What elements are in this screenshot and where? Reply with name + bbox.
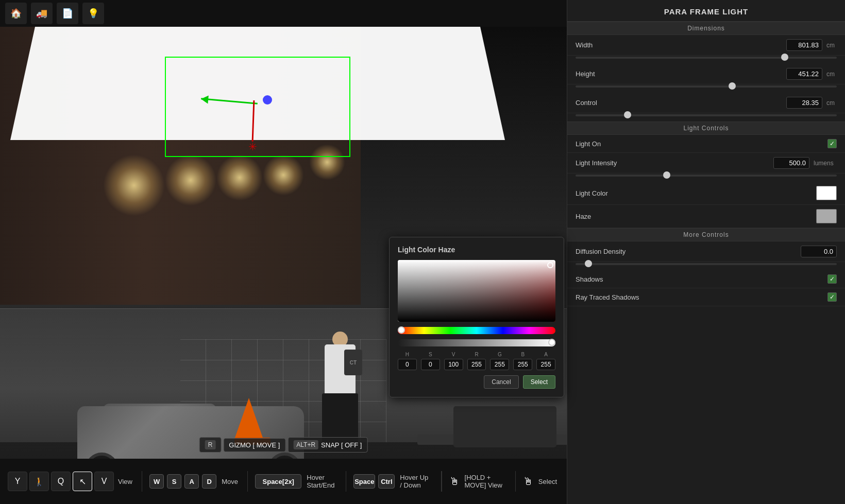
- light-color-swatch[interactable]: [816, 186, 837, 200]
- light-on-row: Light On ✓: [567, 135, 845, 153]
- shadows-checkbox[interactable]: ✓: [827, 274, 837, 284]
- width-slider-thumb[interactable]: [781, 54, 788, 61]
- h-label: H: [398, 352, 417, 357]
- control-unit: cm: [826, 99, 837, 107]
- control-input[interactable]: [786, 97, 822, 109]
- r-label: R: [467, 352, 486, 357]
- a-input[interactable]: [536, 359, 555, 370]
- light-intensity-label: Light Intensity: [576, 159, 773, 167]
- b-input[interactable]: [513, 359, 532, 370]
- g-input-group: G: [490, 352, 509, 370]
- gizmo-move-button[interactable]: GIZMO [ MOVE ]: [223, 438, 285, 452]
- select-cursor-icon[interactable]: ↖: [73, 472, 92, 491]
- cancel-button[interactable]: Cancel: [484, 375, 518, 389]
- r-input-group: R: [467, 352, 486, 370]
- separator-5: [515, 471, 516, 492]
- diffusion-row: Diffusion Density: [567, 241, 845, 262]
- g-label: G: [490, 352, 509, 357]
- light-on-label: Light On: [576, 140, 827, 148]
- diffusion-slider-container: [567, 262, 845, 270]
- light-intensity-controls: lumens: [773, 157, 837, 169]
- selection-box: [165, 57, 350, 157]
- gizmo-snap-button[interactable]: ALT+R SNAP [ OFF ]: [288, 437, 367, 453]
- b-input-group: B: [513, 352, 532, 370]
- separator-4: [441, 471, 442, 492]
- height-row: Height cm: [567, 64, 845, 84]
- diffusion-controls: [801, 246, 837, 257]
- v-label: V: [444, 352, 463, 357]
- hold-move-label: [HOLD + MOVE] View: [465, 474, 506, 489]
- width-slider-track[interactable]: [576, 57, 837, 59]
- hover-start-end-label: Hover Start/End: [307, 474, 336, 489]
- home-icon[interactable]: 🏠: [5, 3, 27, 24]
- gizmo-hud: R GIZMO [ MOVE ] ALT+R SNAP [ OFF ]: [199, 437, 368, 453]
- width-controls: cm: [786, 39, 837, 51]
- hue-slider[interactable]: [398, 327, 555, 334]
- select-button[interactable]: Select: [523, 375, 555, 389]
- dimensions-section-header: Dimensions: [567, 22, 845, 35]
- light-intensity-slider-track[interactable]: [576, 175, 837, 177]
- light-color-label: Light Color: [576, 189, 816, 197]
- ray-traced-shadows-row: Ray Traced Shadows ✓: [567, 288, 845, 306]
- document-icon[interactable]: 📄: [57, 3, 78, 24]
- s-input-group: S: [421, 352, 440, 370]
- h-input-group: H: [398, 352, 417, 370]
- height-slider-track[interactable]: [576, 85, 837, 88]
- height-input[interactable]: [786, 68, 822, 80]
- space-key: Space: [353, 474, 375, 489]
- control-label: Control: [576, 99, 786, 107]
- h-input[interactable]: [398, 359, 417, 370]
- shadows-row: Shadows ✓: [567, 270, 845, 288]
- wall-light-1: [103, 154, 165, 216]
- height-slider-container: [567, 84, 845, 93]
- wall-light-3: [216, 154, 263, 201]
- d-key: D: [202, 474, 216, 489]
- truck-icon[interactable]: 🚚: [31, 3, 53, 24]
- shadows-controls: ✓: [827, 274, 837, 284]
- view-label: View: [118, 478, 132, 485]
- light-intensity-slider-thumb[interactable]: [663, 171, 670, 179]
- separator-2: [247, 471, 248, 492]
- space2x-key: Space[2x]: [255, 474, 301, 489]
- walk-icon[interactable]: 🚶: [29, 472, 49, 491]
- panel-title: PARA FRAME LIGHT: [567, 0, 845, 22]
- light-intensity-input[interactable]: [773, 157, 809, 169]
- popup-buttons: Cancel Select: [398, 375, 555, 389]
- ctrl-key: Ctrl: [378, 474, 395, 489]
- haze-row: Haze: [567, 205, 845, 228]
- alpha-slider[interactable]: [398, 339, 555, 346]
- a-input-group: A: [536, 352, 555, 370]
- diffusion-input[interactable]: [801, 246, 837, 257]
- height-slider-thumb[interactable]: [729, 82, 736, 90]
- color-inputs: H S V R G B A: [398, 352, 555, 370]
- light-color-haze-popup: Light Color Haze H S V R G: [389, 237, 564, 397]
- g-input[interactable]: [490, 359, 509, 370]
- more-controls-section-header: More Controls: [567, 228, 845, 241]
- diffusion-slider-track[interactable]: [576, 263, 837, 265]
- width-input[interactable]: [786, 39, 822, 51]
- mouse-icon: 🖱: [449, 476, 460, 488]
- control-slider-thumb[interactable]: [624, 111, 631, 118]
- light-controls-section-header: Light Controls: [567, 121, 845, 135]
- control-slider-track[interactable]: [576, 114, 837, 116]
- r-input[interactable]: [467, 359, 486, 370]
- light-intensity-row: Light Intensity lumens: [567, 153, 845, 173]
- color-picker-gradient[interactable]: [398, 260, 555, 322]
- width-unit: cm: [826, 42, 837, 49]
- gizmo-r-button[interactable]: R: [199, 437, 222, 453]
- light-on-checkbox[interactable]: ✓: [827, 139, 837, 148]
- diffusion-slider-thumb[interactable]: [585, 260, 592, 267]
- light-icon[interactable]: 💡: [82, 3, 104, 24]
- haze-swatch[interactable]: [816, 209, 837, 223]
- v-input[interactable]: [444, 359, 463, 370]
- height-unit: cm: [826, 71, 837, 78]
- v-key[interactable]: V: [94, 472, 114, 491]
- mouse-select-icon: 🖱: [523, 476, 533, 488]
- q-key[interactable]: Q: [51, 472, 71, 491]
- light-on-controls: ✓: [827, 139, 837, 148]
- hover-updown-label: Hover Up / Down: [400, 474, 432, 489]
- y-key[interactable]: Y: [8, 472, 27, 491]
- s-input[interactable]: [421, 359, 440, 370]
- ray-traced-checkbox[interactable]: ✓: [827, 292, 837, 302]
- light-intensity-slider-container: [567, 173, 845, 182]
